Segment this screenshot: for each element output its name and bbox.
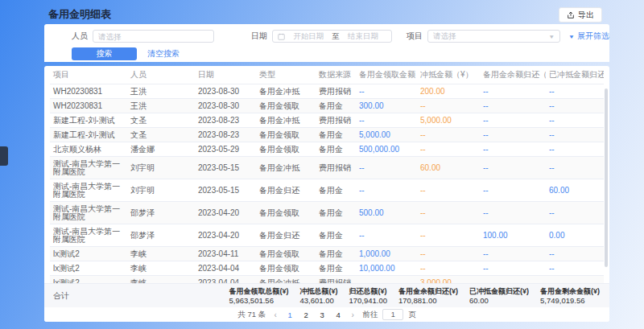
cell-offset_return: -- [546, 128, 604, 142]
cell-received: 300.00 [356, 99, 417, 113]
date-separator: 至 [332, 31, 340, 42]
cell-project: 测试-南昌大学第一附属医院 [50, 202, 127, 224]
cell-received: -- [356, 276, 417, 284]
cell-offset_return: -- [546, 276, 604, 284]
table-row[interactable]: lx测试2李峡2023-04-11备用金领取备用金1,000.00------ [50, 247, 604, 261]
date-start-placeholder[interactable]: 开始日期 [285, 31, 332, 42]
pagination-total: 共 71 条 [237, 310, 266, 320]
select-chevron-down-icon: ▼ [548, 33, 555, 39]
table-row[interactable]: 测试-南昌大学第一附属医院刘宇明2023-05-15备用金归还备用金------… [50, 179, 604, 202]
table-row[interactable]: 测试-南昌大学第一附属医院刘宇明2023-05-15备用金冲抵费用报销--60.… [50, 157, 604, 179]
cell-balance_return: -- [480, 276, 546, 284]
cell-balance_return: -- [480, 261, 546, 276]
summary-item-label: 已冲抵金额归还(¥) [469, 287, 529, 296]
date-range-picker[interactable]: 开始日期 至 结束日期 [272, 30, 392, 43]
page-button-2[interactable]: 2 [301, 310, 311, 319]
cell-balance_return: -- [480, 84, 546, 99]
clear-search-link[interactable]: 清空搜索 [147, 48, 180, 60]
cell-received: -- [356, 113, 417, 128]
page-button-4[interactable]: 4 [333, 310, 343, 319]
table-row[interactable]: WH20230831王洪2023-08-30备用金领取备用金300.00----… [50, 99, 604, 113]
cell-balance_return: -- [480, 142, 546, 157]
table-row[interactable]: 新建工程-刘-测试文圣2023-08-23备用金冲抵费用报销--5,000.00… [50, 113, 604, 128]
cell-person: 王洪 [127, 99, 195, 113]
table-row[interactable]: 测试-南昌大学第一附属医院邵梦泽2023-04-20备用金归还备用金----10… [50, 224, 604, 247]
summary-item-value: 60.00 [469, 296, 529, 305]
cell-person: 潘金娜 [127, 142, 195, 157]
goto-label: 前往 [362, 310, 378, 320]
cell-received: 10,000.00 [356, 261, 417, 276]
expand-chevron-down-icon: ▼ [568, 33, 575, 39]
cell-project: 测试-南昌大学第一附属医院 [50, 157, 127, 179]
cell-source: 备用金 [316, 247, 356, 261]
column-header: 项目 [50, 66, 127, 84]
cell-type: 备用金冲抵 [256, 84, 316, 99]
cell-type: 备用金归还 [256, 224, 316, 247]
prev-page-icon[interactable]: ‹ [270, 310, 280, 319]
person-filter-input[interactable] [93, 30, 214, 43]
column-header: 冲抵金额（¥） [417, 66, 480, 84]
next-page-icon[interactable]: › [348, 310, 357, 319]
summary-item: 归还总额(¥)170,941.00 [349, 287, 387, 305]
column-header: 数据来源 [316, 66, 356, 84]
page-list: 1234 [285, 310, 343, 319]
cell-offset_return: -- [546, 247, 604, 261]
cell-offset: -- [417, 224, 480, 247]
cell-offset: -- [417, 247, 480, 261]
cell-type: 备用金领取 [256, 247, 316, 261]
goto-page-input[interactable] [382, 309, 403, 320]
cell-date: 2023-04-04 [195, 276, 256, 284]
cell-offset: -- [417, 202, 480, 224]
expand-filter-link[interactable]: ▼ 展开筛选 [568, 31, 609, 42]
summary-item: 冲抵总额(¥)43,601.00 [299, 287, 337, 305]
cell-date: 2023-08-23 [195, 113, 256, 128]
summary-item: 备用金剩余金额(¥)5,749,019.56 [540, 287, 600, 305]
cell-date: 2023-08-23 [195, 128, 256, 142]
side-drawer-handle[interactable] [0, 146, 8, 166]
summary-item-value: 43,601.00 [299, 296, 337, 305]
page-button-3[interactable]: 3 [317, 310, 327, 319]
cell-type: 备用金领取 [256, 99, 316, 113]
cell-person: 邵梦泽 [127, 202, 195, 224]
project-filter-placeholder: 请选择 [433, 31, 456, 42]
cell-offset_return: -- [546, 261, 604, 276]
cell-person: 文圣 [127, 113, 195, 128]
cell-offset_return: -- [546, 113, 604, 128]
cell-received: -- [356, 84, 417, 99]
cell-person: 李峡 [127, 247, 195, 261]
table-row[interactable]: lx测试2李峡2023-04-04备用金领取备用金10,000.00------ [50, 261, 604, 276]
table-row[interactable]: 北京顺义杨林潘金娜2023-05-29备用金领取备用金500,000.00---… [50, 142, 604, 157]
cell-offset_return: -- [546, 157, 604, 179]
cell-project: lx测试2 [50, 261, 127, 276]
cell-date: 2023-08-30 [195, 99, 256, 113]
cell-offset: -- [417, 261, 480, 276]
page-button-1[interactable]: 1 [285, 310, 295, 319]
export-button[interactable]: 导出 [559, 7, 602, 23]
table-row[interactable]: WH20230831王洪2023-08-30备用金冲抵费用报销--200.00-… [50, 84, 604, 99]
cell-person: 王洪 [127, 84, 195, 99]
cell-type: 备用金领取 [256, 202, 316, 224]
table-header-row: 项目人员日期类型数据来源备用金领取金额（¥）冲抵金额（¥）备用金余额归还（¥）已… [50, 66, 604, 84]
column-header: 日期 [195, 66, 256, 84]
cell-project: 新建工程-刘-测试 [50, 113, 127, 128]
cell-offset_return: -- [546, 99, 604, 113]
project-filter-select[interactable]: 请选择 ▼ [427, 30, 560, 43]
cell-project: 测试-南昌大学第一附属医院 [50, 224, 127, 247]
cell-received: -- [356, 224, 417, 247]
summary-bar: 合计 备用金领取总额(¥)5,963,501.56冲抵总额(¥)43,601.0… [44, 283, 609, 307]
cell-project: 北京顺义杨林 [50, 142, 127, 157]
cell-balance_return: -- [480, 247, 546, 261]
goto-suffix: 页 [408, 310, 416, 320]
vertical-scrollbar[interactable] [605, 88, 608, 267]
search-button[interactable]: 搜索 [72, 47, 137, 60]
data-table-panel: 项目人员日期类型数据来源备用金领取金额（¥）冲抵金额（¥）备用金余额归还（¥）已… [44, 66, 609, 322]
table-row[interactable]: 测试-南昌大学第一附属医院邵梦泽2023-04-20备用金领取备用金500.00… [50, 202, 604, 224]
cell-source: 备用金 [316, 128, 356, 142]
date-filter-label: 日期 [251, 31, 267, 42]
table-row[interactable]: lx测试2李峡2023-04-04备用金冲抵费用报销--3,000.00---- [50, 276, 604, 284]
cell-source: 备用金 [316, 202, 356, 224]
date-end-placeholder[interactable]: 结束日期 [340, 31, 386, 42]
summary-item-value: 170,881.00 [398, 296, 458, 305]
cell-received: -- [356, 157, 417, 179]
table-row[interactable]: 新建工程-刘-测试文圣2023-08-23备用金领取备用金5,000.00---… [50, 128, 604, 142]
